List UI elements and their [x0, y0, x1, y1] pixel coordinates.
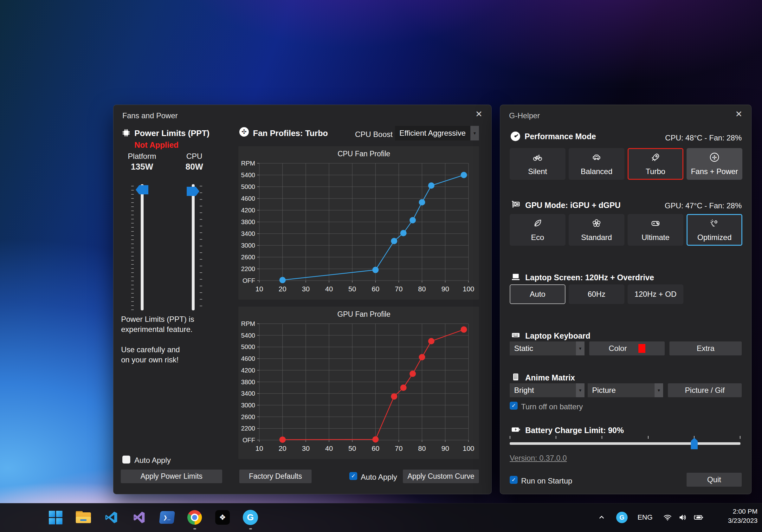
g-helper-window: G-Helper ✕ Performance Mode CPU: 48°C - … [500, 105, 751, 494]
svg-text:90: 90 [441, 285, 449, 293]
gpu-tile-ultimate[interactable]: Ultimate [628, 214, 683, 246]
factory-defaults-button[interactable]: Factory Defaults [239, 470, 312, 483]
fan-profiles-title: Fan Profiles: Turbo [253, 128, 328, 138]
svg-text:5400: 5400 [241, 172, 256, 179]
leaf-icon [532, 218, 543, 231]
chevron-down-icon[interactable] [576, 342, 584, 355]
keyboard-icon [511, 330, 521, 342]
svg-text:30: 30 [302, 444, 309, 452]
battery-slider-track[interactable] [510, 442, 740, 445]
close-icon[interactable]: ✕ [475, 110, 483, 118]
cpu-boost-dropdown[interactable]: Efficient Aggressive [395, 126, 479, 140]
svg-text:3000: 3000 [241, 402, 256, 409]
tray-wifi[interactable] [660, 508, 674, 526]
tray-volume[interactable] [676, 508, 690, 526]
gpu-tile-eco[interactable]: Eco [510, 214, 566, 246]
version-link[interactable]: Version: 0.37.0.0 [510, 454, 567, 463]
keyboard-color-button[interactable]: Color [589, 342, 665, 355]
tray-chevron-up[interactable] [595, 508, 608, 526]
bicycle-icon [532, 152, 543, 165]
mode-tile-turbo[interactable]: Turbo [628, 148, 683, 180]
cpu-slider-thumb[interactable] [187, 187, 199, 196]
svg-text:3800: 3800 [241, 218, 256, 225]
taskbar-chrome[interactable] [186, 508, 203, 526]
screen-tile-120hz-od[interactable]: 120Hz + OD [628, 284, 683, 304]
mode-tile-balanced[interactable]: Balanced [569, 148, 624, 180]
gpu-tile-label: Eco [531, 233, 544, 242]
svg-text:4600: 4600 [241, 195, 256, 202]
svg-text:70: 70 [395, 444, 403, 452]
cpu-slider-value: 80W [169, 162, 220, 172]
platform-slider-track[interactable] [141, 184, 144, 310]
taskbar-visual-studio[interactable] [130, 508, 148, 526]
screen-tile-60hz[interactable]: 60Hz [569, 284, 624, 304]
screen-tile-label: 120Hz + OD [635, 290, 677, 299]
taskbar-clock[interactable]: 2:00 PM 3/23/2023 [728, 507, 758, 525]
taskbar-file-explorer[interactable] [74, 508, 92, 526]
svg-text:2200: 2200 [241, 425, 256, 432]
quit-button[interactable]: Quit [687, 473, 742, 487]
anime-matrix-title: Anime Matrix [525, 373, 575, 382]
svg-text:50: 50 [348, 444, 356, 452]
fans-and-power-window: Fans and Power ✕ Power Limits (PPT) Not … [113, 105, 492, 494]
windows-start-icon [49, 511, 62, 524]
chevron-down-icon[interactable] [576, 383, 584, 397]
turn-off-on-battery-checkbox[interactable] [510, 402, 518, 410]
apply-custom-curve-button[interactable]: Apply Custom Curve [403, 470, 479, 483]
battery-slider-thumb[interactable] [691, 438, 698, 449]
tidal-glyph: ❖ [219, 513, 226, 522]
matrix-picture-gif-button[interactable]: Picture / Gif [668, 383, 742, 397]
svg-text:60: 60 [371, 444, 379, 452]
chrome-icon [187, 510, 202, 525]
tidal-icon: ❖ [215, 510, 230, 525]
taskbar-powershell[interactable]: ❯_ [158, 508, 176, 526]
taskbar-g-helper[interactable]: G [242, 508, 259, 526]
auto-apply-power-checkbox[interactable] [122, 456, 130, 464]
keyboard-extra-button[interactable]: Extra [669, 342, 742, 355]
svg-text:✣: ✣ [712, 154, 717, 161]
tray-g-helper[interactable]: G [615, 508, 629, 526]
svg-text:3800: 3800 [241, 379, 256, 386]
keyboard-mode-dropdown[interactable]: Static [510, 342, 584, 355]
svg-text:10: 10 [256, 285, 263, 293]
cpu-fan-chart[interactable]: 102030405060708090100RPM5400500046004200… [238, 146, 479, 300]
matrix-brightness-dropdown[interactable]: Bright [510, 383, 584, 397]
chip-icon [121, 128, 131, 138]
apply-power-limits-button[interactable]: Apply Power Limits [121, 470, 222, 483]
taskbar-tidal[interactable]: ❖ [214, 508, 231, 526]
chevron-down-icon[interactable] [654, 383, 663, 397]
performance-mode-title: Performance Mode [525, 132, 596, 141]
cpu-slider-track[interactable] [192, 184, 194, 310]
taskbar-vscode[interactable] [102, 508, 120, 526]
start-button[interactable] [46, 508, 64, 526]
svg-text:RPM: RPM [241, 320, 255, 327]
file-explorer-icon [76, 511, 91, 524]
svg-text:3000: 3000 [241, 242, 256, 249]
tray-battery[interactable] [691, 508, 706, 526]
g-helper-icon: G [243, 510, 258, 525]
gpu-fan-chart[interactable]: 102030405060708090100RPM5400500046004200… [238, 307, 479, 459]
platform-slider-thumb[interactable] [136, 185, 148, 194]
turn-off-on-battery-label: Turn off on battery [521, 402, 583, 411]
run-on-startup-checkbox[interactable] [510, 476, 518, 484]
svg-text:CPU Fan Profile: CPU Fan Profile [338, 150, 390, 158]
gpu-tile-standard[interactable]: Standard [569, 214, 624, 246]
chevron-up-icon [597, 513, 606, 522]
laptop-keyboard-title: Laptop Keyboard [525, 331, 590, 341]
svg-text:20: 20 [279, 285, 286, 293]
tray-language[interactable]: ENG [636, 508, 654, 526]
matrix-mode-dropdown[interactable]: Picture [588, 383, 663, 397]
mode-tile-fans-power[interactable]: ✣ Fans + Power [687, 148, 742, 180]
close-icon[interactable]: ✕ [735, 110, 742, 118]
power-limits-note: Power Limits (PPT) is experimental featu… [121, 314, 229, 365]
screen-tile-auto[interactable]: Auto [510, 284, 566, 304]
color-button-label: Color [609, 344, 627, 353]
auto-apply-curve-checkbox[interactable] [349, 472, 357, 480]
g-helper-tray-icon: G [616, 512, 628, 523]
svg-text:4600: 4600 [241, 355, 256, 362]
platform-slider-label: Platform [116, 152, 167, 161]
gpu-tile-optimized[interactable]: Optimized [687, 214, 742, 246]
mode-tile-silent[interactable]: Silent [510, 148, 566, 180]
chevron-down-icon[interactable] [470, 126, 479, 140]
cpu-slider-label: CPU [169, 152, 220, 161]
